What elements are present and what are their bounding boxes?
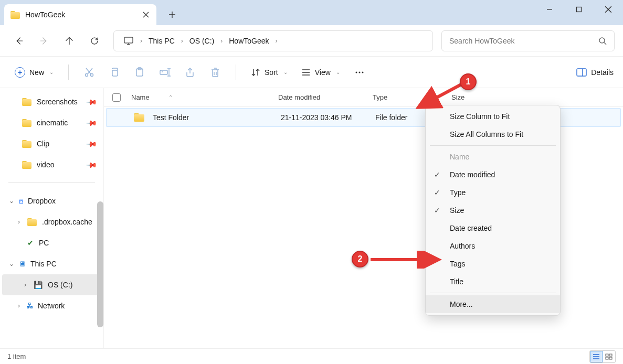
sidebar-pinned-item[interactable]: video📌: [0, 154, 103, 175]
sort-icon: [251, 68, 260, 77]
chevron-right-icon[interactable]: ›: [180, 37, 184, 45]
share-button[interactable]: [179, 62, 201, 83]
chevron-down-icon: ⌄: [49, 69, 54, 75]
column-date[interactable]: Date modified: [278, 93, 373, 101]
sort-indicator-icon: ⌃: [168, 94, 173, 100]
details-view-button[interactable]: [590, 351, 603, 362]
new-button[interactable]: + New ⌄: [9, 64, 59, 81]
copy-button[interactable]: [103, 62, 125, 83]
check-icon: ✓: [434, 188, 445, 197]
svg-point-2: [599, 38, 605, 43]
drive-icon: 💾: [34, 281, 43, 289]
svg-rect-0: [577, 7, 582, 12]
chevron-down-icon: ⌄: [8, 197, 15, 205]
annotation-badge: 1: [460, 73, 477, 90]
sidebar-item-dropbox[interactable]: ⌄⧈Dropbox: [0, 190, 103, 211]
delete-button[interactable]: [204, 62, 226, 83]
details-pane-button[interactable]: Details: [576, 68, 614, 77]
sidebar-item-drive[interactable]: ›💾OS (C:): [2, 274, 101, 295]
forward-button[interactable]: [34, 30, 55, 51]
network-icon: 🖧: [26, 302, 34, 310]
menu-size-all-columns[interactable]: Size All Columns to Fit: [426, 125, 560, 143]
details-icon: [576, 68, 587, 77]
thumbnails-view-button[interactable]: [603, 351, 615, 362]
menu-option-type[interactable]: ✓Type: [426, 184, 560, 201]
minimize-button[interactable]: [535, 0, 564, 19]
menu-option-date-modified[interactable]: ✓Date modified: [426, 166, 560, 184]
rename-button[interactable]: [154, 62, 176, 83]
svg-rect-14: [609, 354, 612, 356]
up-button[interactable]: [59, 30, 80, 51]
check-icon: ✓: [434, 170, 445, 179]
chevron-right-icon: ›: [22, 281, 28, 288]
menu-option-size[interactable]: ✓Size: [426, 201, 560, 219]
view-label: View: [315, 68, 331, 77]
pin-icon: 📌: [86, 137, 98, 149]
separator: [430, 145, 556, 146]
cut-button[interactable]: [78, 62, 100, 83]
sort-label: Sort: [265, 68, 278, 77]
tab[interactable]: HowToGeek: [4, 4, 156, 25]
refresh-button[interactable]: [84, 30, 105, 51]
select-all-checkbox[interactable]: [112, 93, 131, 102]
search-placeholder: Search HowToGeek: [449, 37, 598, 45]
sidebar-item[interactable]: ✔PC: [0, 232, 103, 253]
titlebar: HowToGeek: [0, 0, 623, 25]
maximize-button[interactable]: [564, 0, 594, 19]
folder-icon: [22, 140, 31, 148]
breadcrumb-root-icon[interactable]: [118, 31, 139, 51]
new-label: New: [29, 68, 44, 77]
menu-option-date-created[interactable]: Date created: [426, 219, 560, 237]
scrollbar[interactable]: [97, 201, 103, 327]
breadcrumb-item[interactable]: This PC: [143, 31, 180, 51]
sidebar-pinned-item[interactable]: cinematic📌: [0, 112, 103, 133]
svg-point-10: [358, 71, 360, 73]
sidebar-item-this-pc[interactable]: ⌄🖥This PC: [0, 253, 103, 274]
svg-rect-1: [124, 37, 133, 43]
menu-more[interactable]: More...: [426, 295, 560, 313]
separator: [8, 183, 95, 183]
chevron-right-icon[interactable]: ›: [139, 37, 143, 45]
menu-option-title[interactable]: Title: [426, 273, 560, 291]
navbar: › This PC › OS (C:) › HowToGeek › Search…: [0, 25, 623, 57]
context-menu: Size Column to Fit Size All Columns to F…: [425, 105, 561, 316]
sidebar: Screenshots📌 cinematic📌 Clip📌 video📌 ⌄⧈D…: [0, 88, 104, 348]
view-mode-toggle: [589, 350, 616, 363]
column-headers: Name⌃ Date modified Type Size: [104, 88, 623, 107]
separator: [68, 65, 69, 80]
folder-icon: [27, 218, 37, 226]
chevron-down-icon: ⌄: [8, 260, 15, 267]
column-name[interactable]: Name⌃: [131, 93, 278, 101]
more-button[interactable]: [349, 62, 371, 83]
breadcrumb[interactable]: › This PC › OS (C:) › HowToGeek ›: [113, 30, 433, 51]
dropbox-icon: ⧈: [19, 197, 24, 206]
sidebar-pinned-item[interactable]: Clip📌: [0, 133, 103, 154]
chevron-right-icon: ›: [16, 218, 22, 226]
sidebar-pinned-item[interactable]: Screenshots📌: [0, 91, 103, 112]
folder-icon: [22, 98, 31, 106]
svg-rect-15: [606, 357, 608, 359]
separator: [236, 65, 236, 80]
view-icon: [301, 68, 311, 77]
close-window-button[interactable]: [594, 0, 623, 19]
annotation-badge: 2: [352, 251, 368, 267]
chevron-right-icon[interactable]: ›: [219, 37, 224, 45]
sidebar-item[interactable]: ›.dropbox.cache: [0, 211, 103, 232]
new-tab-button[interactable]: [163, 7, 182, 22]
chevron-right-icon[interactable]: ›: [274, 37, 279, 45]
close-tab-button[interactable]: [142, 10, 150, 19]
view-button[interactable]: View ⌄: [296, 65, 345, 80]
status-text: 1 item: [7, 352, 26, 360]
paste-button[interactable]: [129, 62, 151, 83]
breadcrumb-item[interactable]: HowToGeek: [224, 31, 274, 51]
svg-rect-12: [577, 69, 586, 76]
search-input[interactable]: Search HowToGeek: [441, 30, 615, 51]
breadcrumb-item[interactable]: OS (C:): [184, 31, 219, 51]
check-icon: ✓: [434, 206, 445, 215]
menu-option-name[interactable]: Name: [426, 148, 560, 166]
folder-icon: [134, 113, 144, 122]
sort-button[interactable]: Sort ⌄: [246, 65, 293, 80]
tab-title: HowToGeek: [25, 10, 136, 19]
back-button[interactable]: [8, 30, 29, 51]
sidebar-item-network[interactable]: ›🖧Network: [0, 295, 103, 316]
